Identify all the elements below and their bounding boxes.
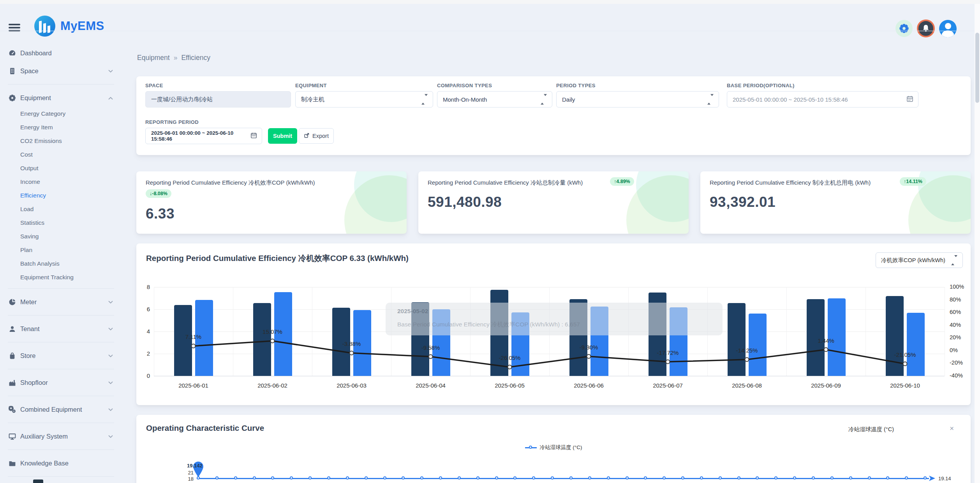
data-point-marker[interactable] [924,476,927,479]
breadcrumb-section[interactable]: Equipment [137,54,170,62]
line-point-marker[interactable] [824,348,828,352]
data-point-marker[interactable] [830,476,834,479]
sidebar-item-label: Dashboard [20,49,52,57]
sidebar-item-tenant[interactable]: Tenant [0,320,122,338]
line-point-marker[interactable] [429,355,433,359]
scrollbar-thumb[interactable] [975,33,979,103]
sidebar-item-label: Space [20,67,39,75]
submit-button[interactable]: Submit [268,128,297,144]
sidebar-item-dashboard[interactable]: Dashboard [0,44,122,62]
sidebar-item-space[interactable]: Space [0,62,122,80]
data-point-marker[interactable] [253,476,256,479]
sidebar-item-energy-item[interactable]: Energy Item [0,120,122,134]
settings-gear-icon[interactable] [895,20,913,37]
sidebar-item-income[interactable]: Income [0,175,122,189]
change-rate-label: 15.07% [251,328,294,335]
data-point-marker[interactable] [868,476,871,479]
sidebar-item-shopfloor[interactable]: Shopfloor [0,374,122,391]
data-point-marker[interactable] [905,476,908,479]
data-point-marker[interactable] [607,476,610,479]
data-point-marker[interactable] [569,476,573,479]
line-point-marker[interactable] [666,360,670,364]
data-point-marker[interactable] [588,476,591,479]
sidebar-item-output[interactable]: Output [0,161,122,175]
sidebar-item-equipment[interactable]: Equipment [0,89,122,107]
data-point-marker[interactable] [812,476,815,479]
chevron-up-icon [108,94,113,101]
data-point-marker[interactable] [513,476,516,479]
equipment-select[interactable]: 制冷主机 [295,91,433,108]
sidebar-item-plan[interactable]: Plan [0,243,122,257]
sidebar-item-auxiliary-system[interactable]: Auxiliary System [0,427,122,445]
data-point-marker[interactable] [402,476,405,479]
data-point-marker[interactable] [626,476,629,479]
data-point-marker[interactable] [290,476,293,479]
data-point-marker[interactable] [793,476,796,479]
line-point-marker[interactable] [508,365,512,369]
data-point-marker[interactable] [700,476,703,479]
space-input[interactable]: 一度城/公用动力/制冷站 [145,91,291,108]
data-point-marker[interactable] [774,476,777,479]
sidebar-item-equipment-tracking[interactable]: Equipment Tracking [0,270,122,284]
gridline [945,287,945,376]
data-point-marker[interactable] [886,476,889,479]
sidebar-item-cost[interactable]: Cost [0,148,122,161]
data-point-marker[interactable] [346,476,349,479]
data-point-marker[interactable] [644,476,647,479]
data-point-marker[interactable] [551,476,554,479]
data-point-marker[interactable] [756,476,759,479]
data-point-marker[interactable] [663,476,666,479]
line-point-marker[interactable] [587,354,591,358]
sidebar-item-saving[interactable]: Saving [0,229,122,243]
data-point-marker[interactable] [737,476,740,479]
kpi-value: 93,392.01 [710,194,776,210]
sidebar-item-knowledge-base[interactable]: Knowledge Base [0,454,122,472]
chevron-down-icon [108,325,113,332]
y-axis-tick: 2 [138,350,150,357]
notifications-bell-icon[interactable] [917,19,935,37]
sidebar-item-co2-emissions[interactable]: CO2 Emissions [0,134,122,148]
line-point-marker[interactable] [350,351,354,355]
period-types-select[interactable]: Daily [556,91,719,108]
sidebar-item-batch-analysis[interactable]: Batch Analysis [0,257,122,270]
data-point-marker[interactable] [719,476,722,479]
data-point-marker[interactable] [532,476,535,479]
line-point-marker[interactable] [745,358,749,361]
data-point-marker[interactable] [271,476,274,479]
data-point-marker[interactable] [439,476,442,479]
data-point-marker[interactable] [308,476,312,479]
reporting-period-input[interactable]: 2025-06-01 00:00:00 ~ 2025-06-10 15:58:4… [145,128,262,144]
kpi-change-badge: ↑4.89% [610,177,634,186]
data-point-marker[interactable] [234,476,237,479]
hamburger-menu-icon[interactable] [9,24,20,32]
sidebar-item-efficiency[interactable]: Efficiency [0,189,122,202]
line-point-marker[interactable] [271,339,275,343]
export-button[interactable]: Export [299,128,334,144]
sidebar-divider [8,288,114,289]
sidebar-item-label: Auxiliary System [20,433,68,440]
data-point-marker[interactable] [365,476,368,479]
data-point-marker[interactable] [681,476,684,479]
base-period-input[interactable]: 2025-05-01 00:00:00 ~ 2025-05-10 15:58:4… [727,91,918,108]
sidebar-item-energy-category[interactable]: Energy Category [0,107,122,120]
sidebar-item-store[interactable]: Store [0,347,122,365]
change-rate-label: -14.25% [726,347,768,354]
sidebar-item-load[interactable]: Load [0,202,122,216]
sidebar-item-combined-equipment[interactable]: Combined Equipment [0,400,122,418]
data-point-marker[interactable] [327,476,330,479]
data-point-marker[interactable] [420,476,423,479]
data-point-marker[interactable] [383,476,386,479]
sidebar-item-statistics[interactable]: Statistics [0,216,122,229]
data-point-marker[interactable] [458,476,461,479]
user-avatar[interactable] [939,20,957,37]
data-point-marker[interactable] [849,476,852,479]
comparison-types-select[interactable]: Month-On-Month [437,91,552,108]
data-point-marker[interactable] [476,476,479,479]
chart-parameter-select[interactable]: 冷机效率COP (kWh/kWh) [876,252,963,268]
line-point-marker[interactable] [192,344,196,348]
sidebar-item-label: Load [20,206,33,213]
line-point-marker[interactable] [903,362,907,366]
data-point-marker[interactable] [215,476,219,479]
data-point-marker[interactable] [495,476,498,479]
sidebar-item-meter[interactable]: Meter [0,293,122,311]
